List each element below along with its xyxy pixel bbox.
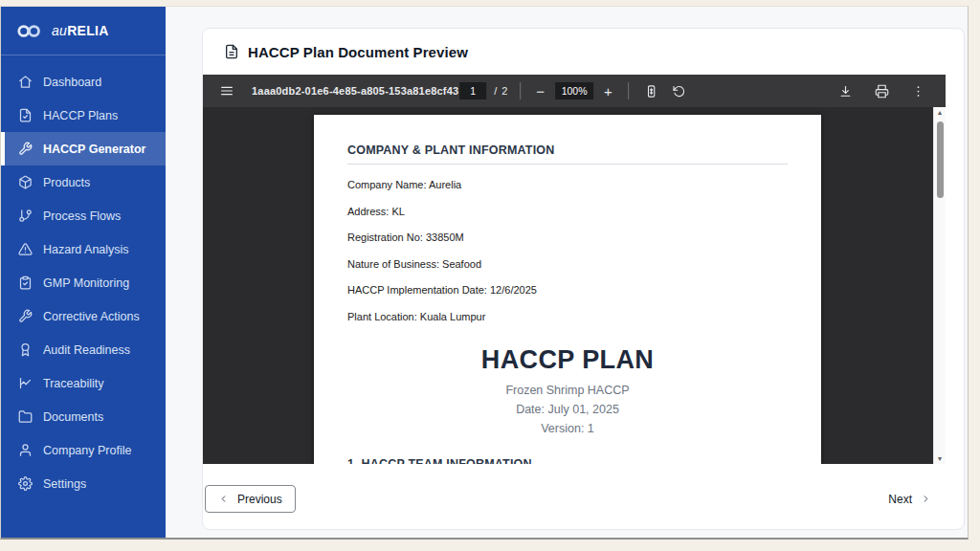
- sidebar-item-label: Company Profile: [43, 444, 131, 457]
- sidebar-item-label: Audit Readiness: [43, 343, 130, 357]
- sidebar-item-corrective-actions[interactable]: Corrective Actions: [1, 299, 166, 333]
- doc-section-heading: 1. HACCP TEAM INFORMATION: [347, 457, 788, 465]
- toolbar-divider: [520, 82, 521, 99]
- sidebar-item-label: Settings: [43, 477, 86, 491]
- zoom-level[interactable]: 100%: [555, 82, 593, 99]
- file-check-icon: [18, 108, 33, 122]
- doc-version: Version: 1: [347, 422, 788, 435]
- preview-card: HACCP Plan Document Preview 1aaa0db2-01e…: [202, 28, 965, 530]
- award-icon: [18, 342, 33, 357]
- doc-field-nature: Nature of Business: Seafood: [347, 258, 788, 270]
- sidebar-item-label: Hazard Analysis: [43, 243, 129, 256]
- infinity-icon: [16, 24, 43, 38]
- pdf-toolbar: 1aaa0db2-01e6-4e85-a805-153a81e8cf43 1 /…: [203, 75, 946, 107]
- chart-line-icon: [18, 376, 33, 390]
- sidebar-item-settings[interactable]: Settings: [1, 467, 166, 500]
- sidebar-item-audit-readiness[interactable]: Audit Readiness: [1, 333, 166, 366]
- pdf-toolbar-center: 1 /2 − 100% +: [459, 82, 689, 100]
- sidebar-item-label: Documents: [43, 410, 103, 424]
- warning-triangle-icon: [18, 242, 33, 256]
- sidebar-item-label: Corrective Actions: [43, 310, 140, 323]
- doc-subtitle: Frozen Shrimp HACCP: [347, 384, 788, 397]
- app-window: auRELIA Dashboard HACCP Plans HACCP Gene…: [0, 6, 969, 540]
- page-number-input[interactable]: 1: [459, 82, 486, 99]
- print-icon[interactable]: [872, 82, 892, 100]
- chevron-right-icon: [921, 494, 931, 504]
- sidebar-item-label: Process Flows: [43, 209, 121, 223]
- package-icon: [18, 175, 33, 189]
- sidebar-item-traceability[interactable]: Traceability: [1, 366, 166, 400]
- clipboard-check-icon: [18, 276, 33, 290]
- pdf-toolbar-right: [835, 82, 932, 100]
- sidebar-item-documents[interactable]: Documents: [1, 400, 166, 433]
- sidebar-item-company-profile[interactable]: Company Profile: [1, 433, 166, 467]
- rotate-icon[interactable]: [669, 82, 689, 100]
- pagination: Previous Next: [203, 464, 964, 513]
- pdf-filename: 1aaa0db2-01e6-4e85-a805-153a81e8cf43: [252, 85, 458, 97]
- previous-button[interactable]: Previous: [205, 485, 296, 513]
- wrench-icon: [18, 142, 33, 156]
- sidebar: auRELIA Dashboard HACCP Plans HACCP Gene…: [1, 7, 166, 538]
- hamburger-menu-icon[interactable]: [216, 81, 237, 100]
- doc-field-implementation-date: HACCP Implementation Date: 12/6/2025: [347, 284, 788, 296]
- sidebar-item-label: GMP Monitoring: [43, 276, 129, 290]
- scroll-down-icon[interactable]: ▼: [934, 455, 946, 462]
- sidebar-item-hazard-analysis[interactable]: Hazard Analysis: [1, 232, 166, 266]
- home-icon: [18, 75, 33, 89]
- sidebar-item-label: Traceability: [43, 377, 103, 390]
- sidebar-item-label: HACCP Generator: [43, 143, 145, 156]
- doc-section-heading: COMPANY & PLANT INFORMATION: [347, 143, 788, 165]
- zoom-out-button[interactable]: −: [533, 82, 547, 100]
- doc-field-address: Address: KL: [347, 206, 788, 217]
- sidebar-item-dashboard[interactable]: Dashboard: [1, 65, 166, 99]
- download-icon[interactable]: [835, 82, 856, 100]
- doc-title: HACCP PLAN: [347, 345, 788, 375]
- page-title: HACCP Plan Document Preview: [248, 44, 468, 60]
- doc-field-registration: Registration No: 33850M: [347, 231, 788, 243]
- sidebar-item-label: Dashboard: [43, 76, 101, 89]
- preview-header: HACCP Plan Document Preview: [203, 29, 964, 75]
- branch-icon: [18, 209, 33, 223]
- sidebar-nav: Dashboard HACCP Plans HACCP Generator Pr…: [1, 55, 166, 500]
- doc-field-company-name: Company Name: Aurelia: [347, 179, 788, 190]
- sidebar-item-process-flows[interactable]: Process Flows: [1, 199, 166, 232]
- logo: auRELIA: [1, 7, 166, 55]
- document-icon: [224, 44, 239, 59]
- chevron-left-icon: [218, 494, 229, 504]
- sidebar-item-haccp-plans[interactable]: HACCP Plans: [1, 99, 166, 132]
- pdf-page: COMPANY & PLANT INFORMATION Company Name…: [314, 115, 821, 464]
- wrench-icon: [18, 309, 33, 323]
- fit-to-page-icon[interactable]: [641, 82, 661, 100]
- next-button[interactable]: Next: [882, 492, 937, 507]
- zoom-in-button[interactable]: +: [601, 82, 615, 100]
- sidebar-item-label: Products: [43, 176, 90, 189]
- doc-field-plant-location: Plant Location: Kuala Lumpur: [347, 311, 788, 322]
- sidebar-item-gmp-monitoring[interactable]: GMP Monitoring: [1, 266, 166, 299]
- pdf-embed: 1aaa0db2-01e6-4e85-a805-153a81e8cf43 1 /…: [203, 75, 946, 464]
- scrollbar-thumb[interactable]: [937, 121, 944, 198]
- folder-icon: [18, 409, 33, 424]
- toolbar-divider: [628, 82, 629, 99]
- page-count: /2: [494, 85, 507, 97]
- sidebar-item-haccp-generator[interactable]: HACCP Generator: [1, 132, 166, 165]
- doc-date: Date: July 01, 2025: [347, 403, 788, 416]
- pdf-viewer[interactable]: COMPANY & PLANT INFORMATION Company Name…: [203, 107, 946, 464]
- pdf-scrollbar[interactable]: ▲ ▼: [933, 107, 946, 464]
- user-icon: [18, 443, 33, 457]
- gear-icon: [18, 476, 33, 491]
- more-vertical-icon[interactable]: [908, 82, 928, 100]
- sidebar-item-label: HACCP Plans: [43, 109, 118, 122]
- scroll-up-icon[interactable]: ▲: [934, 109, 946, 116]
- sidebar-item-products[interactable]: Products: [1, 165, 166, 199]
- brand-name: auRELIA: [52, 23, 109, 38]
